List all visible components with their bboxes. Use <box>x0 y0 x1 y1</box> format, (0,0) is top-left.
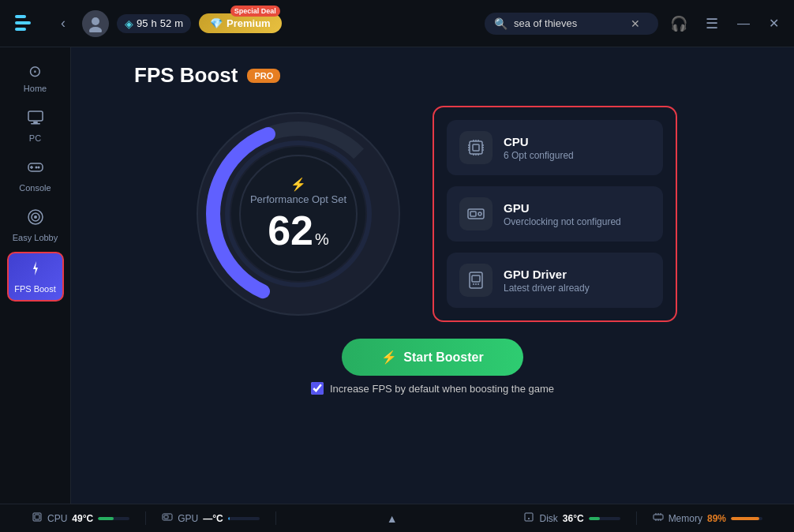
page-title: FPS Boost <box>134 63 238 88</box>
svg-point-15 <box>34 215 37 219</box>
cpu-subtitle: 6 Opt configured <box>504 150 574 161</box>
svg-rect-2 <box>15 28 26 31</box>
search-clear-icon[interactable]: ✕ <box>631 17 640 30</box>
gpu-card[interactable]: GPU Overclocking not configured <box>447 186 663 242</box>
svg-point-50 <box>528 518 530 519</box>
sidebar: ⊙ Home PC Console Easy Lobby FPS Boost <box>0 47 71 504</box>
pc-icon <box>27 109 44 130</box>
gauge-inner: ⚡ Performance Opt Set 62 % <box>250 177 346 251</box>
status-cpu: CPU 49°C <box>16 511 146 525</box>
avatar <box>82 10 109 37</box>
chevron-up-icon[interactable]: ▲ <box>379 512 406 525</box>
back-button[interactable]: ‹ <box>52 13 74 35</box>
svg-rect-5 <box>28 111 43 121</box>
status-memory-icon <box>653 511 664 525</box>
minutes-value: 52 <box>160 17 171 29</box>
status-gpu-value: —°C <box>203 513 223 524</box>
status-memory-value: 89% <box>707 513 726 524</box>
gpu-driver-card[interactable]: GPU Driver Latest driver already <box>447 253 663 308</box>
sidebar-label-pc: PC <box>29 133 41 143</box>
svg-rect-51 <box>654 515 663 519</box>
status-gpu-label: GPU <box>178 513 198 524</box>
close-button[interactable]: ✕ <box>762 13 785 35</box>
svg-rect-1 <box>15 21 31 24</box>
sidebar-item-home[interactable]: ⊙ Home <box>7 55 64 99</box>
status-disk-bar <box>589 517 620 520</box>
status-disk-label: Disk <box>539 513 557 524</box>
status-gpu-bar <box>228 517 260 520</box>
svg-rect-38 <box>470 212 476 216</box>
page-title-row: FPS Boost PRO <box>87 63 280 88</box>
gauge-value: 62 <box>268 210 313 251</box>
svg-point-4 <box>89 27 102 32</box>
sidebar-item-easy-lobby[interactable]: Easy Lobby <box>7 202 64 249</box>
gpu-text: GPU Overclocking not configured <box>504 201 621 227</box>
gpu-driver-title: GPU Driver <box>504 268 590 281</box>
search-input[interactable] <box>514 17 624 29</box>
fps-checkbox[interactable] <box>311 382 324 395</box>
status-cpu-bar <box>98 517 129 520</box>
status-cpu-value: 49°C <box>72 513 93 524</box>
status-memory: Memory 89% <box>637 511 778 525</box>
status-disk-value: 36°C <box>563 513 584 524</box>
playtime-badge: ◈ 95 h 52 m <box>117 14 191 33</box>
sidebar-item-console[interactable]: Console <box>7 152 64 199</box>
gpu-driver-subtitle: Latest driver already <box>504 283 590 294</box>
topbar: ‹ ◈ 95 h 52 m 💎 Premium Special Deal 🔍 ✕… <box>0 0 794 47</box>
gpu-icon <box>459 197 493 230</box>
start-booster-button[interactable]: ⚡ Start Booster <box>342 339 522 376</box>
premium-label: Premium <box>227 17 271 29</box>
sidebar-label-easy-lobby: Easy Lobby <box>13 233 58 242</box>
gauge-bolt-icon: ⚡ <box>290 177 306 192</box>
svg-point-43 <box>475 283 477 285</box>
svg-point-42 <box>473 283 474 285</box>
fps-checkbox-label: Increase FPS by default when boosting th… <box>330 383 554 395</box>
headset-icon[interactable]: 🎧 <box>666 11 691 36</box>
status-disk-fill <box>589 517 600 520</box>
cpu-title: CPU <box>504 135 574 148</box>
svg-point-39 <box>478 212 481 215</box>
target-icon <box>27 208 44 230</box>
status-disk-icon <box>523 511 534 525</box>
status-gpu-icon <box>162 511 173 525</box>
content-area: FPS Boost PRO <box>71 47 794 504</box>
sidebar-item-fps-boost[interactable]: FPS Boost <box>7 252 64 302</box>
pro-badge: PRO <box>247 69 280 83</box>
sidebar-item-pc[interactable]: PC <box>7 103 64 149</box>
hours-unit: h <box>151 17 156 29</box>
start-booster-label: Start Booster <box>403 350 483 365</box>
svg-rect-24 <box>473 144 479 151</box>
cpu-text: CPU 6 Opt configured <box>504 135 574 161</box>
premium-button[interactable]: 💎 Premium Special Deal <box>199 13 282 33</box>
status-cpu-label: CPU <box>47 513 67 524</box>
svg-rect-41 <box>472 275 480 282</box>
svg-point-10 <box>35 167 37 169</box>
search-box[interactable]: 🔍 ✕ <box>485 13 658 35</box>
minimize-button[interactable]: — <box>732 13 755 35</box>
status-cpu-fill <box>98 517 114 520</box>
fps-checkbox-row: Increase FPS by default when boosting th… <box>311 382 554 395</box>
diamond-icon: ◈ <box>125 17 133 30</box>
svg-point-44 <box>478 283 479 285</box>
status-gpu: GPU —°C <box>146 511 275 525</box>
svg-rect-7 <box>31 123 40 125</box>
status-gpu-fill <box>228 517 230 520</box>
status-cpu-icon <box>32 511 43 525</box>
special-deal-badge: Special Deal <box>230 6 280 17</box>
sidebar-label-fps-boost: FPS Boost <box>14 284 56 294</box>
chevron-up-area: ▲ <box>276 512 508 525</box>
status-disk: Disk 36°C <box>507 511 636 525</box>
gpu-title: GPU <box>504 201 621 215</box>
search-icon: 🔍 <box>494 17 507 30</box>
svg-rect-6 <box>33 122 38 123</box>
sidebar-label-console: Console <box>19 183 51 193</box>
svg-rect-23 <box>470 141 482 154</box>
home-icon: ⊙ <box>28 62 42 81</box>
main-layout: ⊙ Home PC Console Easy Lobby FPS Boost <box>0 47 794 504</box>
cpu-card[interactable]: CPU 6 Opt configured <box>447 120 663 175</box>
status-memory-bar <box>731 517 762 520</box>
menu-icon[interactable]: ☰ <box>699 11 725 36</box>
right-panel: CPU 6 Opt configured GPU Overclocking no… <box>433 106 677 322</box>
minutes-unit: m <box>174 17 183 29</box>
console-icon <box>27 159 44 180</box>
